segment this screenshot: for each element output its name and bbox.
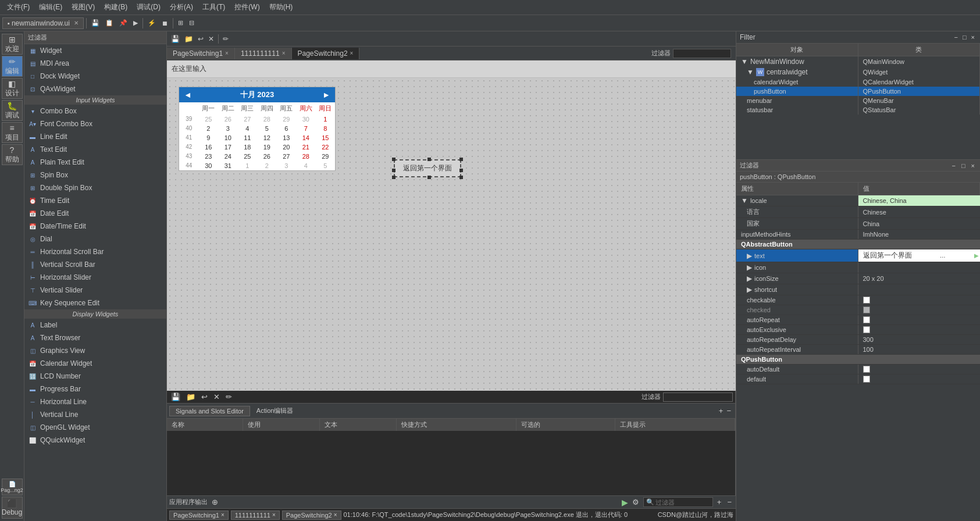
menu-edit[interactable]: 编辑(E) [34,1,67,13]
sidebar-welcome[interactable]: ⊞ 欢迎 [2,34,23,55]
status-tab-3[interactable]: PageSwitching2 × [282,511,341,520]
autoexclusive-checkbox[interactable] [863,326,870,333]
prop-row-autodefault[interactable]: autoDefault [736,365,980,374]
widget-item-widget[interactable]: ▦ Widget [24,44,166,57]
menu-tools[interactable]: 工具(T) [198,1,230,13]
widget-item-graphics[interactable]: ◫ Graphics View [24,344,166,357]
file-tab-pageswitching2[interactable]: PageSwitching2 × [292,48,360,59]
output-filter-input[interactable] [655,499,708,506]
tab-close-2[interactable]: × [282,50,286,56]
file-tab-1111[interactable]: 1111111111 × [235,48,292,59]
menu-view[interactable]: 视图(V) [67,1,99,13]
prop-row-autorepeat[interactable]: autoRepeat [736,315,980,325]
widget-item-vline[interactable]: │ Vertical Line [24,408,166,421]
prop-row-default[interactable]: default [736,374,980,384]
sidebar-design[interactable]: ◧ 设计 [2,78,23,99]
output-expand[interactable]: ⊕ [210,497,220,507]
bm-delete[interactable]: ✕ [212,392,222,402]
output-remove[interactable]: − [725,497,733,507]
toolbar-stop[interactable]: ⏹ [159,19,170,28]
widget-item-opengl[interactable]: ◫ OpenGL Widget [24,421,166,434]
widget-item-hline[interactable]: ─ Horizontal Line [24,395,166,408]
file-tab-close[interactable]: ✕ [74,20,79,26]
checked-checkbox[interactable] [863,306,870,313]
prop-row-shortcut[interactable]: ▶ shortcut [736,284,980,295]
widget-item-time[interactable]: ⏰ Time Edit [24,194,166,207]
widget-item-lcd[interactable]: 🔢 LCD Number [24,370,166,383]
menu-debug[interactable]: 调试(D) [132,1,165,13]
menu-analyze[interactable]: 分析(A) [165,1,198,13]
cal-prev[interactable]: ◄ [184,90,192,99]
sidebar-edit[interactable]: ✏ 编辑 [2,56,23,77]
widget-item-vslider[interactable]: ⊤ Vertical Slider [24,284,166,297]
handle-tc[interactable] [427,158,431,161]
obj-row-pushbutton[interactable]: pushButton QPushButton [736,87,980,96]
bm-save[interactable]: 💾 [169,392,182,402]
widget-item-qax[interactable]: ⊡ QAxWidget [24,83,166,95]
obj-row-statusbar[interactable]: statusbar QStatusBar [736,105,980,115]
prop-row-autorepeatdelay[interactable]: autoRepeatDelay 300 [736,335,980,345]
bm-copy[interactable]: ↩ [199,392,209,402]
prop-row-country[interactable]: 国家 China [736,218,980,230]
tab-close-3[interactable]: × [350,50,354,56]
prop-panel-close[interactable]: × [970,162,977,170]
prop-row-imh[interactable]: inputMethodHints ImhNone [736,230,980,240]
widget-item-combo[interactable]: ▾ Combo Box [24,105,166,117]
menu-help[interactable]: 帮助(H) [265,1,298,13]
obj-row-mainwindow[interactable]: ▼ NewMainWindow QMainWindow [736,56,980,67]
default-checkbox[interactable] [863,376,870,383]
handle-tl[interactable] [392,158,395,161]
obj-row-calendar[interactable]: calendarWidget QCalendarWidget [736,77,980,87]
toolbar-grid[interactable]: ⊟ [187,18,197,28]
dt-pencil[interactable]: ✏ [221,34,230,44]
panel-btn-close[interactable]: × [970,33,977,41]
sidebar-debug2[interactable]: ⬛ Debug [2,497,23,519]
handle-bc[interactable] [427,176,431,179]
output-play[interactable]: ▶ [622,498,628,507]
panel-btn-restore[interactable]: □ [961,33,968,41]
widget-item-vscroll[interactable]: ║ Vertical Scroll Bar [24,258,166,271]
toolbar-layout[interactable]: ⊞ [176,18,186,28]
prop-panel-restore[interactable]: □ [960,162,967,170]
toolbar-save[interactable]: 💾 [89,18,102,28]
toolbar-copy[interactable]: 📋 [103,18,116,28]
output-settings[interactable]: ⚙ [630,497,641,507]
dt-delete[interactable]: ✕ [206,34,216,44]
handle-ml[interactable] [392,169,395,172]
widget-item-dock[interactable]: □ Dock Widget [24,70,166,83]
cal-next[interactable]: ► [322,90,330,99]
widget-item-calendar[interactable]: 📅 Calendar Widget [24,357,166,370]
sidebar-help[interactable]: ? 帮助 [2,144,23,165]
panel-btn-minimize[interactable]: − [952,33,959,41]
text-arrow-btn[interactable]: ▶ [974,252,979,259]
menu-build[interactable]: 构建(B) [99,1,132,13]
status-tab-1[interactable]: PageSwitching1 × [169,511,229,520]
handle-mr[interactable] [459,169,463,172]
widget-item-dial[interactable]: ◎ Dial [24,233,166,245]
obj-row-central[interactable]: ▼ W centralwidget QWidget [736,67,980,77]
widget-item-double-spin[interactable]: ⊞ Double Spin Box [24,181,166,194]
widget-item-keyseq[interactable]: ⌨ Key Sequence Edit [24,297,166,309]
widget-item-text-edit[interactable]: A Text Edit [24,143,166,156]
checkable-checkbox[interactable] [863,297,870,304]
widget-item-date[interactable]: 📅 Date Edit [24,207,166,220]
text-edit-btn[interactable]: … [940,252,946,259]
toolbar-debug-run[interactable]: ⚡ [145,18,158,28]
remove-signal[interactable]: − [725,406,733,416]
prop-row-iconsize[interactable]: ▶ iconSize 20 x 20 [736,273,980,284]
prop-row-text[interactable]: ▶ text 返回第一个界面 … ▶ [736,249,980,262]
status-tab-2[interactable]: 1111111111 × [231,511,280,520]
menu-widgets[interactable]: 控件(W) [230,1,264,13]
autodefault-checkbox[interactable] [863,366,870,373]
prop-row-checkable[interactable]: checkable [736,295,980,305]
handle-br[interactable] [459,176,463,179]
widget-item-hscroll[interactable]: ═ Horizontal Scroll Bar [24,245,166,258]
bm-pencil[interactable]: ✏ [224,392,234,402]
tab-signals-slots[interactable]: Signals and Slots Editor [169,406,250,416]
widget-item-plain-text[interactable]: A Plain Text Edit [24,156,166,169]
toolbar-build[interactable]: ▶ [131,18,140,28]
prop-row-language[interactable]: 语言 Chinese [736,206,980,218]
widget-item-line-edit[interactable]: ▬ Line Edit [24,130,166,143]
toolbar-paste[interactable]: 📌 [117,18,130,28]
dt-save[interactable]: 💾 [169,34,181,44]
